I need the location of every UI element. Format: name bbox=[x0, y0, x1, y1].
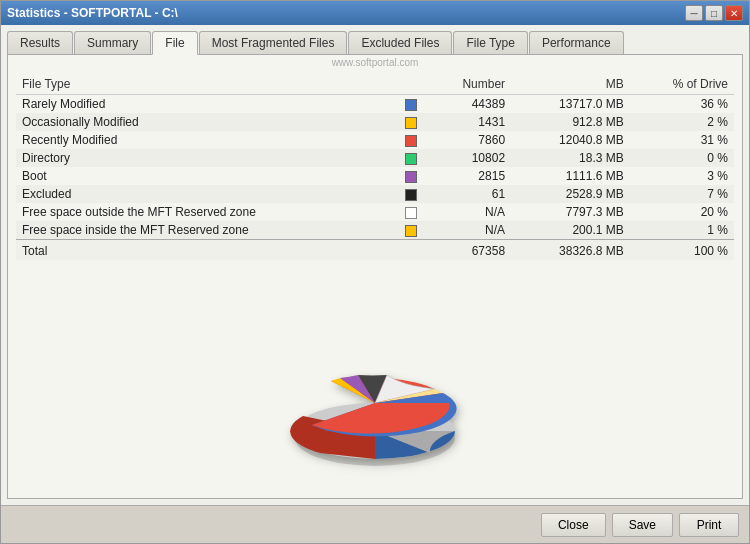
pie-chart bbox=[275, 353, 475, 483]
footer: Close Save Print bbox=[1, 505, 749, 543]
tab-results[interactable]: Results bbox=[7, 31, 73, 54]
cell-pct: 7 % bbox=[630, 185, 734, 203]
cell-mb: 13717.0 MB bbox=[511, 95, 630, 114]
cell-color bbox=[396, 185, 426, 203]
col-mb: MB bbox=[511, 74, 630, 95]
total-number: 67358 bbox=[426, 240, 511, 261]
tab-excluded-files[interactable]: Excluded Files bbox=[348, 31, 452, 54]
pie-chart-area bbox=[8, 343, 742, 498]
col-color bbox=[396, 74, 426, 95]
cell-number: 10802 bbox=[426, 149, 511, 167]
cell-color bbox=[396, 113, 426, 131]
main-window: Statistics - SOFTPORTAL - C:\ ─ □ ✕ Resu… bbox=[0, 0, 750, 544]
cell-pct: 1 % bbox=[630, 221, 734, 240]
cell-pct: 36 % bbox=[630, 95, 734, 114]
table-row: Excluded 61 2528.9 MB 7 % bbox=[16, 185, 734, 203]
tab-most-fragmented[interactable]: Most Fragmented Files bbox=[199, 31, 348, 54]
cell-color bbox=[396, 221, 426, 240]
minimize-button[interactable]: ─ bbox=[685, 5, 703, 21]
file-stats-table-container: File Type Number MB % of Drive Rarely Mo… bbox=[8, 70, 742, 343]
table-row: Boot 2815 1111.6 MB 3 % bbox=[16, 167, 734, 185]
tab-performance[interactable]: Performance bbox=[529, 31, 624, 54]
maximize-button[interactable]: □ bbox=[705, 5, 723, 21]
cell-number: 2815 bbox=[426, 167, 511, 185]
close-button[interactable]: Close bbox=[541, 513, 606, 537]
cell-pct: 20 % bbox=[630, 203, 734, 221]
cell-mb: 1111.6 MB bbox=[511, 167, 630, 185]
cell-pct: 31 % bbox=[630, 131, 734, 149]
cell-number: 1431 bbox=[426, 113, 511, 131]
col-number: Number bbox=[426, 74, 511, 95]
cell-type: Occasionally Modified bbox=[16, 113, 396, 131]
cell-color bbox=[396, 167, 426, 185]
cell-pct: 3 % bbox=[630, 167, 734, 185]
close-window-button[interactable]: ✕ bbox=[725, 5, 743, 21]
cell-type: Recently Modified bbox=[16, 131, 396, 149]
tab-summary[interactable]: Summary bbox=[74, 31, 151, 54]
cell-color bbox=[396, 149, 426, 167]
col-file-type: File Type bbox=[16, 74, 396, 95]
cell-pct: 2 % bbox=[630, 113, 734, 131]
cell-type: Rarely Modified bbox=[16, 95, 396, 114]
total-row: Total 67358 38326.8 MB 100 % bbox=[16, 240, 734, 261]
table-row: Occasionally Modified 1431 912.8 MB 2 % bbox=[16, 113, 734, 131]
watermark: www.softportal.com bbox=[8, 55, 742, 70]
cell-pct: 0 % bbox=[630, 149, 734, 167]
title-bar-controls: ─ □ ✕ bbox=[685, 5, 743, 21]
total-pct: 100 % bbox=[630, 240, 734, 261]
cell-number: 61 bbox=[426, 185, 511, 203]
cell-number: 7860 bbox=[426, 131, 511, 149]
window-title: Statistics - SOFTPORTAL - C:\ bbox=[7, 6, 178, 20]
cell-mb: 12040.8 MB bbox=[511, 131, 630, 149]
table-row: Directory 10802 18.3 MB 0 % bbox=[16, 149, 734, 167]
tab-bar: Results Summary File Most Fragmented Fil… bbox=[7, 31, 743, 55]
table-row: Free space inside the MFT Reserved zone … bbox=[16, 221, 734, 240]
cell-type: Excluded bbox=[16, 185, 396, 203]
table-row: Rarely Modified 44389 13717.0 MB 36 % bbox=[16, 95, 734, 114]
tab-file[interactable]: File bbox=[152, 31, 197, 55]
file-stats-table: File Type Number MB % of Drive Rarely Mo… bbox=[16, 74, 734, 260]
total-label: Total bbox=[16, 240, 396, 261]
cell-mb: 7797.3 MB bbox=[511, 203, 630, 221]
print-button[interactable]: Print bbox=[679, 513, 739, 537]
cell-mb: 18.3 MB bbox=[511, 149, 630, 167]
cell-type: Free space inside the MFT Reserved zone bbox=[16, 221, 396, 240]
tab-panel: www.softportal.com File Type Number MB %… bbox=[7, 55, 743, 499]
title-bar: Statistics - SOFTPORTAL - C:\ ─ □ ✕ bbox=[1, 1, 749, 25]
cell-mb: 912.8 MB bbox=[511, 113, 630, 131]
cell-number: N/A bbox=[426, 203, 511, 221]
cell-color bbox=[396, 203, 426, 221]
cell-type: Boot bbox=[16, 167, 396, 185]
cell-color bbox=[396, 95, 426, 114]
content-area: Results Summary File Most Fragmented Fil… bbox=[1, 25, 749, 505]
cell-color bbox=[396, 131, 426, 149]
tab-file-type[interactable]: File Type bbox=[453, 31, 527, 54]
total-mb: 38326.8 MB bbox=[511, 240, 630, 261]
table-row: Free space outside the MFT Reserved zone… bbox=[16, 203, 734, 221]
cell-number: N/A bbox=[426, 221, 511, 240]
col-pct: % of Drive bbox=[630, 74, 734, 95]
table-row: Recently Modified 7860 12040.8 MB 31 % bbox=[16, 131, 734, 149]
cell-type: Directory bbox=[16, 149, 396, 167]
cell-mb: 2528.9 MB bbox=[511, 185, 630, 203]
cell-type: Free space outside the MFT Reserved zone bbox=[16, 203, 396, 221]
cell-number: 44389 bbox=[426, 95, 511, 114]
cell-mb: 200.1 MB bbox=[511, 221, 630, 240]
save-button[interactable]: Save bbox=[612, 513, 673, 537]
